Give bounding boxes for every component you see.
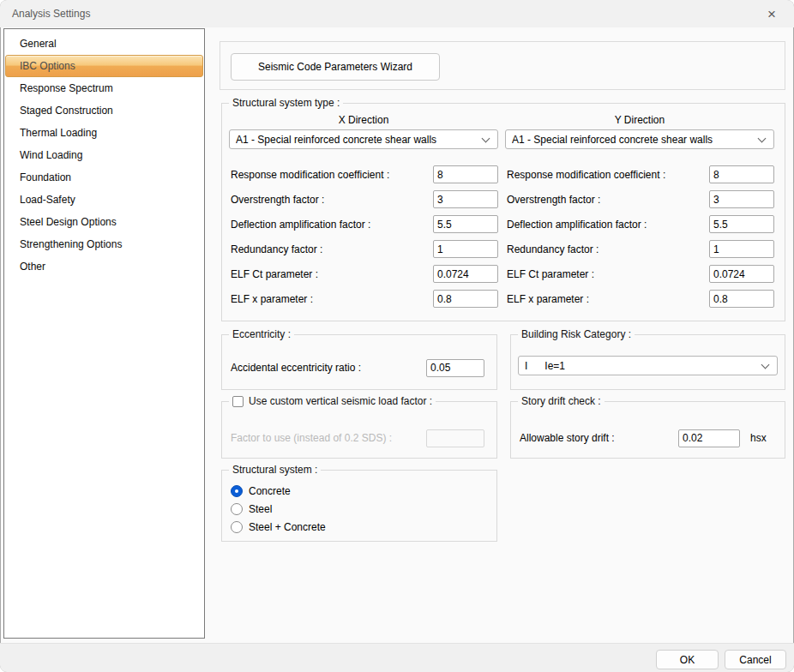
sidebar-item-load-safety[interactable]: Load-Safety — [4, 189, 204, 211]
redundancy-factor-input-x[interactable] — [433, 240, 498, 258]
custom-vertical-factor-legend: Use custom vertical seismic load factor … — [229, 395, 436, 407]
direction-header-x: X Direction — [229, 114, 498, 126]
field-row: Response modification coefficient : — [229, 162, 498, 187]
building-risk-category-legend: Building Risk Category : — [518, 328, 635, 340]
dropdown-value: A1 - Special reinforced concrete shear w… — [236, 134, 436, 146]
field-row: ELF x parameter : — [505, 286, 774, 311]
dropdown-value: A1 - Special reinforced concrete shear w… — [512, 134, 713, 146]
group-structural-system: Structural system : ConcreteSteelSteel +… — [221, 470, 497, 542]
eccentricity-label: Accidental eccentricity ratio : — [231, 362, 426, 374]
response-modification-coefficient-input-x[interactable] — [433, 165, 498, 183]
field-label: Redundancy factor : — [505, 243, 709, 255]
field-row: Overstrength factor : — [505, 187, 774, 212]
analysis-settings-dialog: Analysis Settings × GeneralIBC OptionsRe… — [0, 0, 794, 672]
elf-ct-parameter-input-x[interactable] — [433, 265, 498, 283]
cancel-button[interactable]: Cancel — [725, 650, 786, 669]
field-label: ELF x parameter : — [229, 293, 433, 305]
direction-column-x: X DirectionA1 - Special reinforced concr… — [229, 104, 498, 311]
sidebar-item-general[interactable]: General — [4, 33, 204, 55]
field-row: Deflection amplification factor : — [229, 212, 498, 237]
sidebar-item-steel-design-options[interactable]: Steel Design Options — [4, 211, 204, 233]
close-icon[interactable]: × — [758, 3, 785, 24]
structural-system-dropdown-y[interactable]: A1 - Special reinforced concrete shear w… — [505, 129, 774, 149]
sidebar-item-ibc-options[interactable]: IBC Options — [5, 55, 203, 77]
field-row: ELF Ct parameter : — [505, 261, 774, 286]
sidebar-item-thermal-loading[interactable]: Thermal Loading — [4, 122, 204, 144]
wizard-panel: Seismic Code Parameters Wizard — [220, 41, 785, 90]
radio-option-concrete[interactable]: Concrete — [231, 482, 326, 500]
field-row: ELF Ct parameter : — [229, 261, 498, 286]
direction-header-y: Y Direction — [505, 114, 774, 126]
factor-to-use-input — [426, 429, 484, 447]
ok-button[interactable]: OK — [656, 650, 719, 669]
group-story-drift-check: Story drift check : Allowable story drif… — [510, 401, 785, 459]
group-custom-vertical-factor: Use custom vertical seismic load factor … — [221, 401, 497, 459]
story-drift-unit: hsx — [750, 432, 773, 444]
allowable-story-drift-input[interactable] — [678, 429, 740, 447]
field-label: Deflection amplification factor : — [505, 219, 709, 231]
field-row: Overstrength factor : — [229, 187, 498, 212]
group-eccentricity: Eccentricity : Accidental eccentricity r… — [221, 334, 497, 390]
group-building-risk-category: Building Risk Category : I Ie=1 — [510, 334, 785, 390]
field-row: Deflection amplification factor : — [505, 212, 774, 237]
deflection-amplification-factor-input-x[interactable] — [433, 215, 498, 233]
field-row: Redundancy factor : — [229, 237, 498, 261]
eccentricity-legend: Eccentricity : — [229, 328, 294, 340]
field-label: Overstrength factor : — [229, 194, 433, 206]
risk-category-dropdown[interactable]: I Ie=1 — [518, 356, 778, 375]
radio-concrete[interactable] — [231, 485, 243, 497]
field-label: Overstrength factor : — [505, 194, 709, 206]
field-row: Redundancy factor : — [505, 237, 774, 261]
field-label: Redundancy factor : — [229, 243, 433, 255]
response-modification-coefficient-input-y[interactable] — [709, 165, 774, 183]
sidebar: GeneralIBC OptionsResponse SpectrumStage… — [3, 28, 205, 639]
sidebar-item-other[interactable]: Other — [4, 255, 204, 278]
direction-column-y: Y DirectionA1 - Special reinforced concr… — [505, 104, 774, 311]
chevron-down-icon — [758, 135, 767, 143]
seismic-wizard-button[interactable]: Seismic Code Parameters Wizard — [231, 53, 440, 81]
radio-steel[interactable] — [231, 503, 243, 515]
field-label: Response modification coefficient : — [229, 169, 433, 181]
elf-ct-parameter-input-y[interactable] — [709, 265, 774, 283]
elf-x-parameter-input-x[interactable] — [433, 290, 498, 308]
field-label: Response modification coefficient : — [505, 169, 709, 181]
radio-label: Steel + Concrete — [249, 521, 326, 533]
radio-option-steel-concrete[interactable]: Steel + Concrete — [231, 518, 326, 536]
story-drift-check-legend: Story drift check : — [518, 395, 605, 407]
custom-vertical-checkbox[interactable] — [232, 396, 244, 407]
structural-system-options: ConcreteSteelSteel + Concrete — [231, 482, 326, 536]
titlebar: Analysis Settings — [0, 0, 794, 27]
field-label: Deflection amplification factor : — [229, 219, 433, 231]
factor-to-use-label: Factor to use (instead of 0.2 SDS) : — [231, 432, 426, 444]
radio-steel-concrete[interactable] — [231, 521, 243, 533]
sidebar-item-response-spectrum[interactable]: Response Spectrum — [4, 77, 204, 99]
field-row: Response modification coefficient : — [505, 162, 774, 187]
radio-option-steel[interactable]: Steel — [231, 500, 326, 518]
field-row: ELF x parameter : — [229, 286, 498, 311]
chevron-down-icon — [482, 135, 490, 143]
custom-vertical-label: Use custom vertical seismic load factor … — [249, 395, 432, 407]
group-structural-system-type: Structural system type : X DirectionA1 -… — [221, 103, 785, 321]
allowable-story-drift-label: Allowable story drift : — [520, 432, 678, 444]
deflection-amplification-factor-input-y[interactable] — [709, 215, 774, 233]
footer: OK Cancel — [0, 643, 794, 672]
window-title: Analysis Settings — [12, 8, 90, 20]
field-label: ELF Ct parameter : — [505, 268, 709, 280]
radio-label: Steel — [249, 503, 272, 515]
redundancy-factor-input-y[interactable] — [709, 240, 774, 258]
overstrength-factor-input-y[interactable] — [709, 190, 774, 208]
chevron-down-icon — [761, 361, 770, 369]
sidebar-item-foundation[interactable]: Foundation — [4, 166, 204, 189]
structural-system-dropdown-x[interactable]: A1 - Special reinforced concrete shear w… — [229, 129, 498, 149]
field-label: ELF x parameter : — [505, 293, 709, 305]
sidebar-item-wind-loading[interactable]: Wind Loading — [4, 144, 204, 166]
elf-x-parameter-input-y[interactable] — [709, 290, 774, 308]
sidebar-item-strengthening-options[interactable]: Strengthening Options — [4, 233, 204, 255]
overstrength-factor-input-x[interactable] — [433, 190, 498, 208]
structural-system-legend: Structural system : — [229, 464, 321, 476]
radio-label: Concrete — [249, 485, 291, 497]
field-label: ELF Ct parameter : — [229, 268, 433, 280]
eccentricity-input[interactable] — [426, 359, 484, 377]
sidebar-item-staged-construction[interactable]: Staged Construction — [4, 99, 204, 122]
risk-category-value: I Ie=1 — [525, 360, 565, 372]
